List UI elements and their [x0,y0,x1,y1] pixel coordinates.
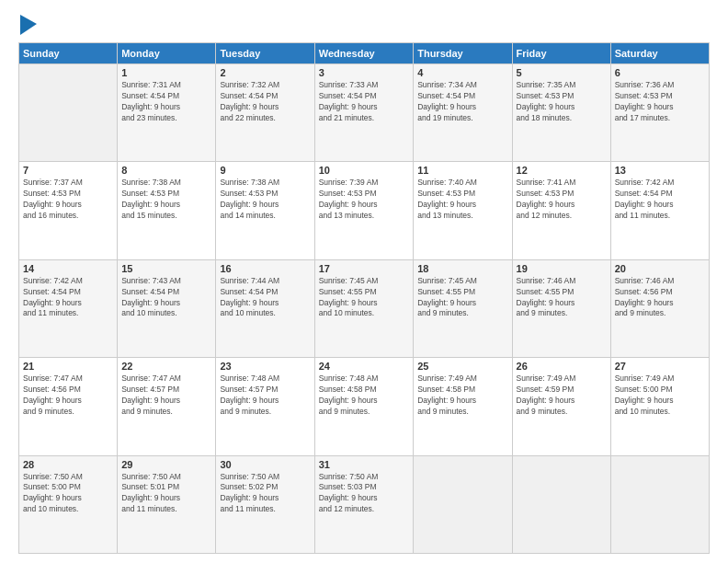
day-info: Sunrise: 7:32 AM Sunset: 4:54 PM Dayligh… [220,80,310,124]
svg-marker-0 [20,15,37,35]
day-info: Sunrise: 7:45 AM Sunset: 4:55 PM Dayligh… [319,276,409,320]
day-info: Sunrise: 7:38 AM Sunset: 4:53 PM Dayligh… [121,178,211,222]
calendar-cell: 19Sunrise: 7:46 AM Sunset: 4:55 PM Dayli… [512,259,610,357]
day-number: 27 [615,361,705,372]
day-info: Sunrise: 7:35 AM Sunset: 4:53 PM Dayligh… [517,80,607,124]
day-number: 24 [319,361,409,372]
calendar-cell: 25Sunrise: 7:49 AM Sunset: 4:58 PM Dayli… [414,358,512,455]
day-number: 29 [121,459,211,470]
calendar-cell: 14Sunrise: 7:42 AM Sunset: 4:54 PM Dayli… [19,259,118,357]
day-number: 13 [615,165,705,176]
day-number: 8 [121,165,211,176]
calendar-week-1: 1Sunrise: 7:31 AM Sunset: 4:54 PM Daylig… [19,64,710,162]
calendar-cell: 16Sunrise: 7:44 AM Sunset: 4:54 PM Dayli… [216,259,314,357]
calendar-cell: 29Sunrise: 7:50 AM Sunset: 5:01 PM Dayli… [118,455,216,553]
calendar-cell: 8Sunrise: 7:38 AM Sunset: 4:53 PM Daylig… [118,162,216,259]
calendar-week-2: 7Sunrise: 7:37 AM Sunset: 4:53 PM Daylig… [19,162,710,259]
day-info: Sunrise: 7:48 AM Sunset: 4:58 PM Dayligh… [319,373,409,418]
day-number: 12 [517,165,607,176]
calendar-cell: 7Sunrise: 7:37 AM Sunset: 4:53 PM Daylig… [19,162,118,259]
day-info: Sunrise: 7:49 AM Sunset: 4:59 PM Dayligh… [517,373,607,418]
day-info: Sunrise: 7:42 AM Sunset: 4:54 PM Dayligh… [615,178,705,222]
day-number: 28 [23,459,113,470]
day-number: 17 [319,263,409,274]
calendar-cell: 30Sunrise: 7:50 AM Sunset: 5:02 PM Dayli… [216,455,314,553]
day-number: 14 [23,263,113,274]
day-info: Sunrise: 7:34 AM Sunset: 4:54 PM Dayligh… [417,80,507,124]
calendar-cell: 22Sunrise: 7:47 AM Sunset: 4:57 PM Dayli… [118,358,216,455]
calendar-cell: 10Sunrise: 7:39 AM Sunset: 4:53 PM Dayli… [314,162,413,259]
day-info: Sunrise: 7:37 AM Sunset: 4:53 PM Dayligh… [23,178,113,222]
calendar-cell: 27Sunrise: 7:49 AM Sunset: 5:00 PM Dayli… [610,358,709,455]
day-header-saturday: Saturday [610,43,709,64]
day-info: Sunrise: 7:49 AM Sunset: 4:58 PM Dayligh… [417,373,507,418]
calendar-cell [19,64,118,162]
calendar-cell: 4Sunrise: 7:34 AM Sunset: 4:54 PM Daylig… [414,64,512,162]
day-info: Sunrise: 7:38 AM Sunset: 4:53 PM Dayligh… [220,178,310,222]
day-number: 10 [319,165,409,176]
day-info: Sunrise: 7:46 AM Sunset: 4:55 PM Dayligh… [517,276,607,320]
calendar-week-3: 14Sunrise: 7:42 AM Sunset: 4:54 PM Dayli… [19,259,710,357]
calendar-cell: 5Sunrise: 7:35 AM Sunset: 4:53 PM Daylig… [512,64,610,162]
calendar-cell [414,455,512,553]
day-info: Sunrise: 7:50 AM Sunset: 5:01 PM Dayligh… [121,472,211,516]
calendar-cell: 28Sunrise: 7:50 AM Sunset: 5:00 PM Dayli… [19,455,118,553]
calendar-cell: 9Sunrise: 7:38 AM Sunset: 4:53 PM Daylig… [216,162,314,259]
day-number: 19 [517,263,607,274]
day-header-wednesday: Wednesday [314,43,413,64]
day-number: 21 [23,361,113,372]
day-info: Sunrise: 7:42 AM Sunset: 4:54 PM Dayligh… [23,276,113,320]
day-header-monday: Monday [118,43,216,64]
day-info: Sunrise: 7:47 AM Sunset: 4:57 PM Dayligh… [121,373,211,418]
calendar-cell: 2Sunrise: 7:32 AM Sunset: 4:54 PM Daylig… [216,64,314,162]
calendar-cell: 20Sunrise: 7:46 AM Sunset: 4:56 PM Dayli… [610,259,709,357]
calendar-header-row: SundayMondayTuesdayWednesdayThursdayFrid… [19,43,710,64]
day-info: Sunrise: 7:33 AM Sunset: 4:54 PM Dayligh… [319,80,409,124]
day-info: Sunrise: 7:49 AM Sunset: 5:00 PM Dayligh… [615,373,705,418]
day-number: 2 [220,67,310,78]
day-number: 22 [121,361,211,372]
logo [18,17,37,35]
calendar-cell: 13Sunrise: 7:42 AM Sunset: 4:54 PM Dayli… [610,162,709,259]
calendar-cell: 11Sunrise: 7:40 AM Sunset: 4:53 PM Dayli… [414,162,512,259]
calendar-cell: 31Sunrise: 7:50 AM Sunset: 5:03 PM Dayli… [314,455,413,553]
day-number: 26 [517,361,607,372]
day-header-friday: Friday [512,43,610,64]
calendar-cell: 6Sunrise: 7:36 AM Sunset: 4:53 PM Daylig… [610,64,709,162]
day-number: 23 [220,361,310,372]
day-info: Sunrise: 7:47 AM Sunset: 4:56 PM Dayligh… [23,373,113,418]
calendar-cell: 18Sunrise: 7:45 AM Sunset: 4:55 PM Dayli… [414,259,512,357]
day-info: Sunrise: 7:45 AM Sunset: 4:55 PM Dayligh… [417,276,507,320]
day-info: Sunrise: 7:48 AM Sunset: 4:57 PM Dayligh… [220,373,310,418]
day-number: 7 [23,165,113,176]
day-number: 18 [417,263,507,274]
calendar-week-4: 21Sunrise: 7:47 AM Sunset: 4:56 PM Dayli… [19,358,710,455]
calendar-cell: 17Sunrise: 7:45 AM Sunset: 4:55 PM Dayli… [314,259,413,357]
calendar-cell: 21Sunrise: 7:47 AM Sunset: 4:56 PM Dayli… [19,358,118,455]
day-number: 4 [417,67,507,78]
day-info: Sunrise: 7:43 AM Sunset: 4:54 PM Dayligh… [121,276,211,320]
day-info: Sunrise: 7:50 AM Sunset: 5:00 PM Dayligh… [23,472,113,516]
calendar-cell: 15Sunrise: 7:43 AM Sunset: 4:54 PM Dayli… [118,259,216,357]
day-number: 11 [417,165,507,176]
logo-icon [20,15,37,35]
day-header-thursday: Thursday [414,43,512,64]
day-number: 3 [319,67,409,78]
day-number: 15 [121,263,211,274]
calendar-cell: 12Sunrise: 7:41 AM Sunset: 4:53 PM Dayli… [512,162,610,259]
day-info: Sunrise: 7:36 AM Sunset: 4:53 PM Dayligh… [615,80,705,124]
day-number: 31 [319,459,409,470]
day-number: 1 [121,67,211,78]
day-number: 5 [517,67,607,78]
calendar-cell [512,455,610,553]
day-number: 16 [220,263,310,274]
calendar-cell: 26Sunrise: 7:49 AM Sunset: 4:59 PM Dayli… [512,358,610,455]
day-info: Sunrise: 7:50 AM Sunset: 5:03 PM Dayligh… [319,472,409,516]
day-info: Sunrise: 7:44 AM Sunset: 4:54 PM Dayligh… [220,276,310,320]
calendar-cell: 23Sunrise: 7:48 AM Sunset: 4:57 PM Dayli… [216,358,314,455]
calendar-cell [610,455,709,553]
day-info: Sunrise: 7:50 AM Sunset: 5:02 PM Dayligh… [220,472,310,516]
calendar-table: SundayMondayTuesdayWednesdayThursdayFrid… [18,42,710,554]
day-info: Sunrise: 7:40 AM Sunset: 4:53 PM Dayligh… [417,178,507,222]
day-info: Sunrise: 7:46 AM Sunset: 4:56 PM Dayligh… [615,276,705,320]
